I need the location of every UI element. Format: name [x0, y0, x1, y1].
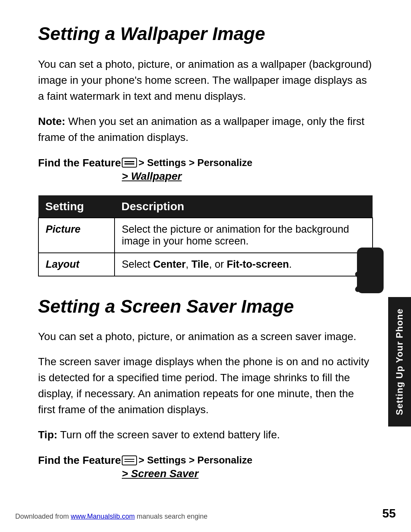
footer-credit: Downloaded from www.Manualslib.com manua… [15, 513, 207, 521]
col-description: Description [115, 195, 373, 218]
wallpaper-path-seg2: > Wallpaper [122, 170, 182, 182]
setting-layout: Layout [38, 253, 115, 276]
screensaver-path-seg2: > Screen Saver [122, 468, 199, 480]
wallpaper-title: Setting a Wallpaper Image [38, 23, 373, 45]
screensaver-tip: Tip: Turn off the screen saver to extend… [38, 427, 373, 443]
wallpaper-path: > Settings > Personalize > Wallpaper [122, 157, 252, 184]
menu-icon-2 [122, 455, 137, 465]
page-number: 55 [382, 506, 396, 521]
page-container: Setting a Wallpaper Image You can set a … [38, 0, 373, 523]
wallpaper-path-row1: > Settings > Personalize [122, 157, 252, 169]
description-picture: Select the picture or animation for the … [115, 218, 373, 253]
screensaver-find-feature: Find the Feature > Settings > Personaliz… [38, 454, 373, 481]
settings-table: Setting Description Picture Select the p… [38, 195, 373, 276]
wallpaper-path-seg1: > Settings > Personalize [139, 157, 252, 169]
screensaver-title: Setting a Screen Saver Image [38, 296, 373, 318]
col-setting: Setting [38, 195, 115, 218]
footer: Downloaded from www.Manualslib.com manua… [0, 506, 411, 521]
note-label: Note: [38, 115, 65, 127]
footer-credit2: manuals search engine [135, 513, 207, 520]
screensaver-path-row1: > Settings > Personalize [122, 454, 252, 466]
wallpaper-note: Note: When you set an animation as a wal… [38, 113, 373, 145]
footer-credit-text: Downloaded from [15, 513, 69, 520]
note-body: When you set an animation as a wallpaper… [38, 115, 365, 143]
wallpaper-path-row2: > Wallpaper [122, 170, 182, 182]
wallpaper-find-feature: Find the Feature > Settings > Personaliz… [38, 157, 373, 184]
tip-body: Turn off the screen saver to extend batt… [57, 429, 280, 441]
table-header-row: Setting Description [38, 195, 373, 218]
wrench-icon [348, 265, 382, 302]
tip-label: Tip: [38, 429, 57, 441]
table-row: Picture Select the picture or animation … [38, 218, 373, 253]
wallpaper-body1: You can set a photo, picture, or animati… [38, 56, 373, 104]
description-layout: Select Center, Tile, or Fit-to-screen. [115, 253, 373, 276]
setting-picture: Picture [38, 218, 115, 253]
screensaver-body2: The screen saver image displays when the… [38, 354, 373, 418]
screensaver-body1: You can set a photo, picture, or animati… [38, 329, 373, 345]
screensaver-path: > Settings > Personalize > Screen Saver [122, 454, 252, 481]
side-tab: Setting Up Your Phone [388, 297, 411, 427]
screensaver-path-seg1: > Settings > Personalize [139, 454, 252, 466]
table-row: Layout Select Center, Tile, or Fit-to-sc… [38, 253, 373, 276]
footer-link[interactable]: www.Manualslib.com [71, 513, 135, 520]
screensaver-path-row2: > Screen Saver [122, 468, 199, 480]
screensaver-find-label: Find the Feature [38, 454, 122, 466]
menu-icon [122, 158, 137, 168]
side-tab-text: Setting Up Your Phone [394, 308, 405, 415]
wallpaper-find-label: Find the Feature [38, 157, 122, 169]
